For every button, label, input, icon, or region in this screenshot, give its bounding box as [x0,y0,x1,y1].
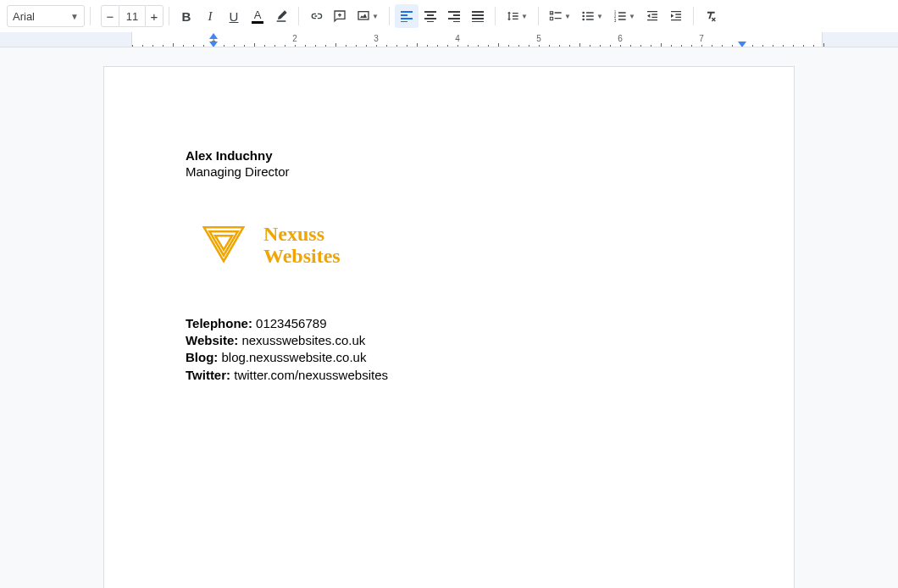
italic-button[interactable]: I [198,4,222,28]
dropdown-caret-icon: ▼ [596,13,603,20]
separator [538,7,539,25]
bold-button[interactable]: B [175,4,198,28]
decrease-indent-button[interactable] [640,4,664,28]
twitter-label: Twitter: [186,368,230,382]
indent-icon [669,9,683,23]
text-color-swatch [252,21,263,24]
align-left-icon [400,10,413,22]
highlight-button[interactable] [269,4,293,28]
font-size-increase-button[interactable]: + [145,5,164,27]
svg-text:3: 3 [614,19,617,23]
svg-point-3 [582,12,585,14]
separator [495,7,496,25]
blog-label: Blog: [186,350,218,364]
numbered-list-icon: 123 [613,9,627,23]
separator [298,7,299,25]
font-size-decrease-button[interactable]: − [101,5,119,27]
checklist-icon [549,9,563,23]
align-right-icon [447,10,461,22]
signature-job-title: Managing Director [186,164,712,179]
insert-comment-button[interactable] [328,4,352,28]
right-indent-marker[interactable] [738,42,746,47]
align-center-button[interactable] [419,4,442,28]
ruler-inner: 1234567 [131,32,823,47]
svg-rect-0 [358,12,369,19]
align-justify-button[interactable] [466,4,490,28]
separator [169,7,169,25]
website-row: Website: nexusswebsites.co.uk [186,332,712,349]
website-label: Website: [186,333,238,347]
triangle-logo-icon [202,225,245,265]
text-color-button[interactable]: A [246,4,269,28]
left-indent-marker[interactable] [209,33,218,39]
clear-formatting-button[interactable] [699,4,723,28]
blog-row: Blog: blog.nexusswebsite.co.uk [186,349,712,366]
highlighter-icon [274,9,288,23]
dropdown-caret-icon: ▼ [372,13,379,20]
font-family-label: Arial [13,10,35,23]
bullet-list-icon [581,9,595,23]
bulleted-list-button[interactable]: ▼ [576,4,608,28]
line-spacing-button[interactable]: ▼ [501,4,533,28]
first-line-indent-marker[interactable] [209,42,218,47]
checklist-button[interactable]: ▼ [544,4,576,28]
dropdown-caret-icon: ▼ [629,13,635,20]
document-canvas: Alex Induchny Managing Director Nexuss W… [0,47,898,588]
align-right-button[interactable] [442,4,466,28]
link-icon [309,9,323,23]
telephone-label: Telephone: [186,316,252,330]
underline-button[interactable]: U [222,4,246,28]
separator [693,7,694,25]
align-left-button[interactable] [395,4,419,28]
dropdown-caret-icon: ▼ [70,12,79,21]
logo-text: Nexuss Websites [263,223,341,268]
blog-value: blog.nexusswebsite.co.uk [222,350,367,364]
signature-name: Alex Induchny [186,148,712,163]
ruler-marks: 1234567 [132,32,822,47]
dropdown-caret-icon: ▼ [564,13,571,20]
twitter-value: twitter.com/nexusswebsites [234,368,388,382]
page[interactable]: Alex Induchny Managing Director Nexuss W… [103,66,795,588]
separator [389,7,390,25]
font-family-select[interactable]: Arial ▼ [7,5,85,27]
logo-block: Nexuss Websites [202,223,712,268]
insert-link-button[interactable] [304,4,328,28]
increase-indent-button[interactable] [664,4,688,28]
image-icon [357,9,370,23]
dropdown-caret-icon: ▼ [521,13,528,20]
logo-text-line2: Websites [263,245,341,267]
font-size-input[interactable] [119,5,145,27]
comment-icon [333,9,346,23]
numbered-list-button[interactable]: 123 ▼ [608,4,640,28]
clear-format-icon [704,9,718,23]
svg-rect-2 [550,17,552,19]
formatting-toolbar: Arial ▼ − + B I U A ▼ ▼ [0,0,898,32]
insert-image-button[interactable]: ▼ [352,4,384,28]
line-spacing-icon [506,9,519,23]
separator [90,7,91,25]
website-value: nexusswebsites.co.uk [241,333,365,347]
outdent-icon [646,9,659,23]
svg-point-5 [582,19,585,21]
twitter-row: Twitter: twitter.com/nexusswebsites [186,367,712,384]
contact-block: Telephone: 0123456789 Website: nexussweb… [186,315,712,384]
telephone-row: Telephone: 0123456789 [186,315,712,332]
font-size-control: − + [101,5,164,27]
align-justify-icon [471,10,485,22]
telephone-value: 0123456789 [256,316,326,330]
horizontal-ruler[interactable]: 1234567 [0,32,898,47]
svg-point-4 [582,15,585,18]
align-center-icon [424,10,437,22]
logo-text-line1: Nexuss [263,223,341,245]
